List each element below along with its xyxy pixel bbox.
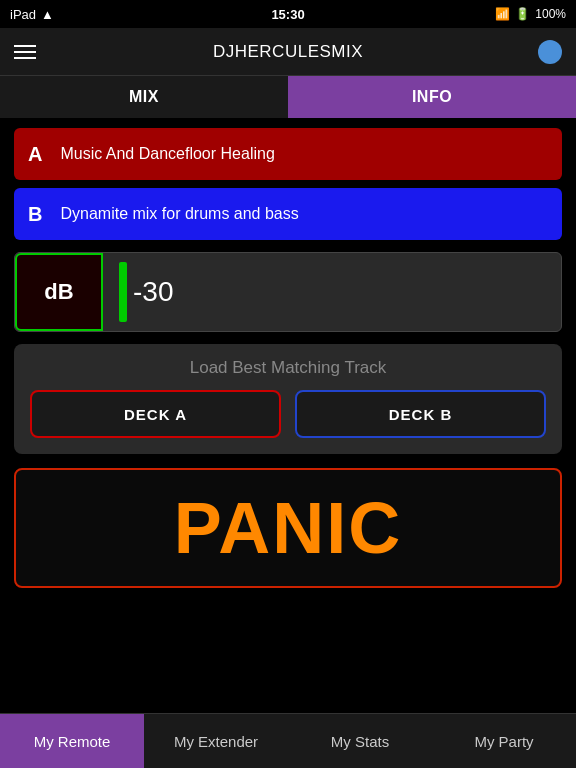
db-value: -30 [133,276,173,308]
load-title: Load Best Matching Track [30,358,546,378]
track-b-row[interactable]: B Dynamite mix for drums and bass [14,188,562,240]
nav-my-remote[interactable]: My Remote [0,714,144,768]
track-b-letter: B [28,203,42,226]
track-a-title: Music And Dancefloor Healing [60,145,274,163]
panic-label: PANIC [174,487,403,569]
wifi-icon: ▲ [41,7,54,22]
status-bar: iPad ▲ 15:30 📶 🔋 100% [0,0,576,28]
load-section: Load Best Matching Track DECK A DECK B [14,344,562,454]
tab-info[interactable]: INFO [288,76,576,118]
hamburger-line-1 [14,45,36,47]
nav-my-extender[interactable]: My Extender [144,714,288,768]
battery-icon: 🔋 [515,7,530,21]
main-content: A Music And Dancefloor Healing B Dynamit… [0,118,576,598]
app-title: DJHERCULESMIX [213,42,363,62]
deck-a-button[interactable]: DECK A [30,390,281,438]
hamburger-button[interactable] [14,45,36,59]
nav-my-stats[interactable]: My Stats [288,714,432,768]
deck-b-button[interactable]: DECK B [295,390,546,438]
track-a-row[interactable]: A Music And Dancefloor Healing [14,128,562,180]
top-bar: DJHERCULESMIX [0,28,576,76]
track-a-letter: A [28,143,42,166]
db-label: dB [44,279,73,305]
level-bar-indicator [119,262,127,322]
db-meter-section: dB -30 [14,252,562,332]
nav-my-party[interactable]: My Party [432,714,576,768]
level-meter-area: -30 [103,253,561,331]
bluetooth-icon: 📶 [495,7,510,21]
track-b-title: Dynamite mix for drums and bass [60,205,298,223]
hamburger-line-2 [14,51,36,53]
tab-mix[interactable]: MIX [0,76,288,118]
battery-label: 100% [535,7,566,21]
status-time: 15:30 [271,7,304,22]
ipad-label: iPad [10,7,36,22]
db-box: dB [15,253,103,331]
online-indicator [538,40,562,64]
status-left: iPad ▲ [10,7,54,22]
bottom-navigation: My Remote My Extender My Stats My Party [0,713,576,768]
status-right: 📶 🔋 100% [495,7,566,21]
hamburger-line-3 [14,57,36,59]
tab-bar: MIX INFO [0,76,576,118]
deck-buttons: DECK A DECK B [30,390,546,438]
panic-button[interactable]: PANIC [14,468,562,588]
